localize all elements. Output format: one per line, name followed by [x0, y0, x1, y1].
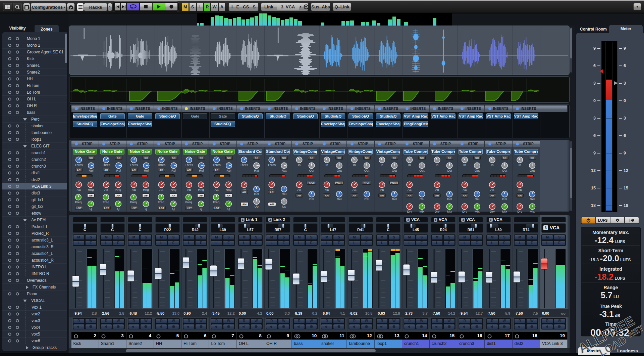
svg-text:3: 3: [593, 116, 596, 121]
svg-text:18: 18: [591, 203, 596, 208]
svg-text:6: 6: [624, 63, 626, 68]
svg-text:12: 12: [591, 168, 596, 173]
svg-text:9: 9: [624, 151, 626, 155]
svg-text:9: 9: [593, 46, 596, 51]
svg-text:6: 6: [593, 133, 596, 138]
svg-text:6: 6: [593, 63, 596, 68]
svg-text:6: 6: [624, 133, 626, 138]
svg-text:3: 3: [624, 116, 626, 121]
svg-text:12: 12: [624, 168, 628, 173]
svg-text:18: 18: [624, 203, 628, 208]
svg-text:9: 9: [593, 151, 596, 155]
svg-text:15: 15: [591, 186, 596, 190]
svg-text:0: 0: [593, 98, 596, 103]
svg-text:0: 0: [624, 98, 626, 103]
svg-text:9: 9: [624, 46, 626, 51]
svg-text:3: 3: [593, 81, 596, 86]
svg-text:15: 15: [624, 186, 628, 190]
svg-text:3: 3: [624, 81, 626, 86]
